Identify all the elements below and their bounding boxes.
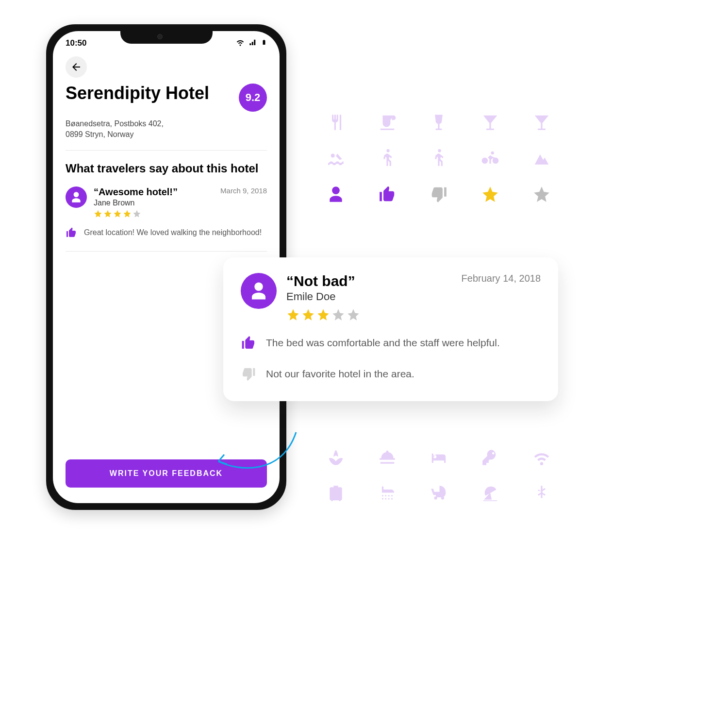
star-empty-icon[interactable] xyxy=(531,184,552,205)
review-card-stars xyxy=(286,308,452,321)
wifi-icon xyxy=(531,447,552,468)
icon-palette-bottom xyxy=(325,447,552,504)
luggage-icon xyxy=(325,483,347,504)
hotel-address: Bøanedsetra, Postboks 402, 0899 Stryn, N… xyxy=(66,118,267,139)
stroller-icon xyxy=(428,483,449,504)
hotel-name: Serendipity Hotel xyxy=(66,84,209,103)
review-positive-text: Great location! We loved walking the nei… xyxy=(84,227,262,238)
hike-icon xyxy=(428,148,449,169)
avatar xyxy=(241,273,277,309)
bike-icon xyxy=(480,148,501,169)
divider xyxy=(66,150,267,151)
person-icon xyxy=(70,191,83,203)
review-card-negative: Not our favorite hotel in the area. xyxy=(266,366,414,382)
review-date: March 9, 2018 xyxy=(220,186,267,195)
thumbs-down-icon[interactable] xyxy=(428,184,449,205)
concierge-icon xyxy=(377,447,398,468)
wine-icon xyxy=(428,112,449,133)
review-card-title: “Not bad” xyxy=(286,273,452,289)
battery-icon xyxy=(261,38,267,49)
address-line-2: 0899 Stryn, Norway xyxy=(66,129,267,140)
icon-palette-top xyxy=(325,112,552,205)
review-title: “Awesome hotel!” xyxy=(94,186,178,198)
cocktail-icon xyxy=(480,112,501,133)
address-line-1: Bøanedsetra, Postboks 402, xyxy=(66,118,267,129)
shower-icon xyxy=(377,483,398,504)
walk-icon xyxy=(377,148,398,169)
restaurant-icon xyxy=(325,112,347,133)
score-badge: 9.2 xyxy=(239,84,267,112)
beach-icon xyxy=(480,483,501,504)
thumbs-down-icon xyxy=(241,366,256,384)
martini-icon xyxy=(531,112,552,133)
write-feedback-button[interactable]: WRITE YOUR FEEDBACK xyxy=(66,459,267,488)
review-author: Jane Brown xyxy=(94,199,178,207)
person-icon[interactable] xyxy=(325,184,347,205)
back-arrow-icon xyxy=(70,61,82,73)
review-card: “Not bad” Emile Doe February 14, 2018 Th… xyxy=(223,257,558,401)
thumbs-up-icon[interactable] xyxy=(377,184,398,205)
review-item: “Awesome hotel!” Jane Brown March 9, 201… xyxy=(66,186,267,240)
spa-icon xyxy=(325,447,347,468)
bed-icon xyxy=(428,447,449,468)
thumbs-up-icon xyxy=(241,335,256,353)
review-card-date: February 14, 2018 xyxy=(462,273,541,284)
person-icon xyxy=(248,281,269,301)
status-time: 10:50 xyxy=(66,38,86,48)
signal-icon xyxy=(248,38,257,49)
swim-icon xyxy=(325,148,347,169)
star-filled-icon[interactable] xyxy=(480,184,501,205)
thumbs-up-icon xyxy=(66,227,77,240)
mountain-icon xyxy=(531,148,552,169)
coffee-icon xyxy=(377,112,398,133)
review-card-author: Emile Doe xyxy=(286,290,452,303)
review-stars xyxy=(94,209,178,218)
snowflake-icon xyxy=(531,483,552,504)
phone-notch xyxy=(120,27,213,44)
avatar xyxy=(66,186,87,208)
review-card-positive: The bed was comfortable and the staff we… xyxy=(266,335,500,351)
wifi-icon xyxy=(236,38,245,49)
section-title: What travelers say about this hotel xyxy=(66,161,267,176)
back-button[interactable] xyxy=(66,56,87,78)
key-icon xyxy=(480,447,501,468)
divider xyxy=(66,251,267,252)
